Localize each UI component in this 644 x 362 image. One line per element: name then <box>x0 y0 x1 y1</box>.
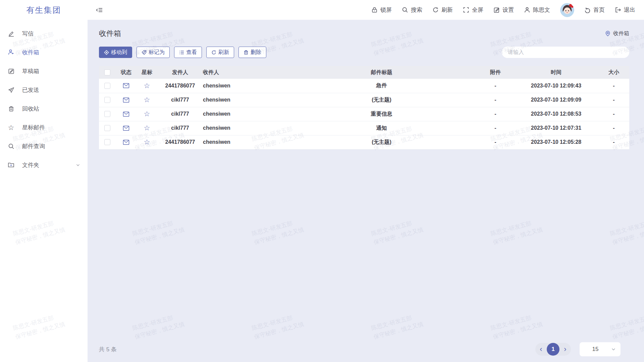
sidebar-item-trash[interactable]: 回收站 <box>0 99 88 118</box>
breadcrumb-label: 收件箱 <box>613 30 629 37</box>
subject-cell: 急件 <box>286 79 477 93</box>
lock-icon <box>371 7 378 13</box>
sender-cell: 2441786077 <box>157 79 203 93</box>
column-header-status: 状态 <box>116 66 137 79</box>
main-area: 锁屏 搜索 刷新 全屏 设置 <box>88 0 644 362</box>
refresh-list-button[interactable]: 刷新 <box>206 47 234 58</box>
list-icon <box>179 50 184 55</box>
topbar-label: 设置 <box>502 6 514 14</box>
button-label: 删除 <box>251 49 261 56</box>
page-title: 收件箱 <box>99 28 121 39</box>
send-icon <box>7 86 15 94</box>
sidebar-item-label: 回收站 <box>22 105 39 113</box>
trash-icon <box>244 50 249 55</box>
table-row[interactable]: ☆2441786077chensiwen(无主题)-2023-07-10 12:… <box>99 135 629 149</box>
envelope-icon <box>123 83 129 88</box>
table-row[interactable]: ☆cikl777chensiwen重要信息-2023-07-10 12:08:5… <box>99 107 629 121</box>
fullscreen-icon <box>463 7 469 13</box>
delete-button[interactable]: 删除 <box>238 47 266 58</box>
draft-icon <box>7 67 15 75</box>
button-label: 刷新 <box>218 49 229 56</box>
time-cell: 2023-07-10 12:08:53 <box>514 107 598 121</box>
topbar-label: 搜索 <box>411 6 422 14</box>
row-checkbox[interactable] <box>104 83 110 89</box>
row-checkbox[interactable] <box>104 111 110 117</box>
topbar-label: 全屏 <box>472 6 483 14</box>
refresh-button[interactable]: 刷新 <box>432 6 453 14</box>
sidebar-item-starred[interactable]: ☆ 星标邮件 <box>0 118 88 137</box>
envelope-icon <box>123 139 129 145</box>
status-cell <box>116 121 137 135</box>
page-size-select[interactable]: 15 <box>580 342 621 356</box>
recipient-cell: chensiwen <box>203 135 286 149</box>
star-toggle[interactable]: ☆ <box>144 124 150 132</box>
prev-page-button[interactable]: ‹ <box>535 343 547 356</box>
total-count: 共 5 条 <box>99 346 117 353</box>
star-toggle[interactable]: ☆ <box>144 110 150 118</box>
recipient-cell: chensiwen <box>203 121 286 135</box>
sidebar-item-label: 写信 <box>22 30 34 38</box>
size-cell: - <box>598 79 629 93</box>
home-button[interactable]: 首页 <box>584 6 605 14</box>
attachment-cell: - <box>477 107 514 121</box>
fullscreen-button[interactable]: 全屏 <box>463 6 483 14</box>
size-cell: - <box>598 93 629 107</box>
search-icon <box>7 142 15 150</box>
sidebar-item-folders[interactable]: 文件夹 <box>0 156 88 174</box>
sidebar-item-label: 星标邮件 <box>22 124 45 131</box>
refresh-icon <box>432 7 439 13</box>
search-input[interactable] <box>502 47 629 58</box>
row-checkbox[interactable] <box>104 139 110 145</box>
footer: 共 5 条 ‹ 1 › 15 <box>99 337 629 362</box>
table-row[interactable]: ☆cikl777chensiwen通知-2023-07-10 12:07:31- <box>99 121 629 135</box>
folder-plus-icon <box>7 161 15 169</box>
star-toggle[interactable]: ☆ <box>144 96 150 104</box>
location-pin-icon <box>605 31 611 37</box>
table-row[interactable]: ☆2441786077chensiwen急件-2023-07-10 12:09:… <box>99 79 629 93</box>
row-checkbox[interactable] <box>104 125 110 131</box>
current-user-button[interactable]: 陈思文 <box>524 6 550 14</box>
sidebar-item-mail-search[interactable]: 邮件查询 <box>0 137 88 156</box>
current-page[interactable]: 1 <box>547 343 559 356</box>
search-button[interactable]: 搜索 <box>402 6 422 14</box>
lock-screen-button[interactable]: 锁屏 <box>371 6 392 14</box>
settings-button[interactable]: 设置 <box>493 6 514 14</box>
attachment-cell: - <box>477 79 514 93</box>
time-cell: 2023-07-10 12:09:09 <box>514 93 598 107</box>
logout-button[interactable]: 退出 <box>615 6 635 14</box>
topbar: 锁屏 搜索 刷新 全屏 设置 <box>88 0 644 20</box>
move-icon <box>104 50 109 55</box>
sidebar-item-sent[interactable]: 已发送 <box>0 80 88 99</box>
star-toggle[interactable]: ☆ <box>144 82 150 89</box>
row-checkbox[interactable] <box>104 97 110 103</box>
star-toggle[interactable]: ☆ <box>144 138 150 146</box>
recipient-cell: chensiwen <box>203 107 286 121</box>
topbar-label: 首页 <box>593 6 605 14</box>
button-label: 标记为 <box>149 49 165 56</box>
breadcrumb: 收件箱 <box>605 30 629 37</box>
sidebar-item-compose[interactable]: 写信 <box>0 24 88 43</box>
mark-as-button[interactable]: 标记为 <box>137 47 170 58</box>
next-page-button[interactable]: › <box>559 343 571 356</box>
menu-fold-icon[interactable] <box>96 6 104 14</box>
pencil-icon <box>7 30 15 37</box>
page-size-value: 15 <box>580 346 611 353</box>
attachment-cell: - <box>477 93 514 107</box>
column-header-star: 星标 <box>137 66 157 79</box>
select-all-checkbox[interactable] <box>104 69 110 75</box>
move-to-button[interactable]: 移动到 <box>99 47 132 58</box>
topbar-label: 退出 <box>624 6 635 14</box>
column-header-recipient: 收件人 <box>203 66 286 79</box>
time-cell: 2023-07-10 12:07:31 <box>514 121 598 135</box>
subject-cell: 重要信息 <box>286 107 477 121</box>
view-button[interactable]: 查看 <box>174 47 202 58</box>
size-cell: - <box>598 121 629 135</box>
avatar[interactable] <box>560 3 574 17</box>
sender-cell: cikl777 <box>157 93 203 107</box>
sidebar-item-drafts[interactable]: 草稿箱 <box>0 62 88 80</box>
search-icon <box>402 7 408 13</box>
table-row[interactable]: ☆cikl777chensiwen(无主题)-2023-07-10 12:09:… <box>99 93 629 107</box>
sidebar-item-inbox[interactable]: 收件箱 <box>0 43 88 62</box>
content: 收件箱 收件箱 移动到 标记为 <box>88 20 644 362</box>
column-header-subject: 邮件标题 <box>286 66 477 79</box>
